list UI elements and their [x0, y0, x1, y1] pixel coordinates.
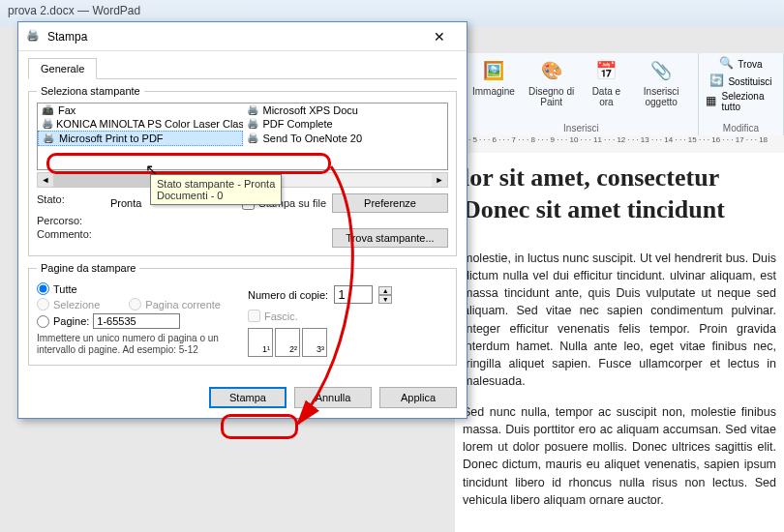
close-button[interactable]: ✕ — [420, 23, 459, 50]
printer-fieldset: Seleziona stampante 📠Fax 🖨️Microsoft XPS… — [28, 85, 457, 256]
ribbon-btn-trova[interactable]: 🔍Trova — [716, 55, 765, 73]
ribbon-edit-label: Modifica — [723, 123, 759, 133]
ribbon-group-insert: 🖼️ Immagine 🎨 Disegno di Paint 📅 Data e … — [465, 53, 699, 135]
copies-label: Numero di copie: — [248, 289, 328, 301]
status-label: Stato: — [37, 193, 105, 213]
preferences-button[interactable]: Preferenze — [332, 193, 448, 213]
fax-icon: 📠 — [42, 104, 55, 116]
ribbon-btn-sostituisci[interactable]: 🔄Sostituisci — [707, 73, 774, 90]
collate-checkbox: Fascic. — [248, 310, 448, 322]
ribbon-group-edit: 🔍Trova 🔄Sostituisci ▦Seleziona tutto Mod… — [699, 53, 784, 135]
printer-icon: 🖨️ — [26, 29, 42, 44]
print-button[interactable]: Stampa — [209, 387, 286, 408]
ribbon-btn-immagine[interactable]: 🖼️ Immagine — [468, 55, 519, 109]
image-icon: 🖼️ — [480, 57, 507, 84]
document-area: lor sit amet, consectetur Donec sit amet… — [455, 153, 784, 532]
find-printer-button[interactable]: Trova stampante... — [332, 228, 448, 248]
calendar-icon: 📅 — [592, 57, 619, 84]
tab-general[interactable]: Generale — [28, 58, 97, 79]
printer-item-xps[interactable]: 🖨️Microsoft XPS Docu — [243, 103, 448, 117]
doc-paragraph: molestie, in luctus nunc suscipit. Ut ve… — [463, 250, 776, 390]
replace-icon: 🔄 — [709, 74, 725, 89]
printer-item-konica[interactable]: 🖨️KONICA MINOLTA PS Color Laser Class Dr… — [38, 117, 243, 131]
cancel-button[interactable]: Annulla — [294, 387, 372, 408]
printer-list[interactable]: 📠Fax 🖨️Microsoft XPS Docu 🖨️KONICA MINOL… — [37, 103, 448, 170]
printer-item-msprint[interactable]: 🖨️Microsoft Print to PDF — [38, 131, 243, 146]
radio-all-input[interactable] — [37, 282, 49, 295]
radio-selection-input — [37, 298, 49, 310]
tab-strip: Generale — [28, 57, 457, 79]
page-stack-icon: 2² — [275, 328, 300, 357]
dialog-titlebar[interactable]: 🖨️ Stampa ✕ — [18, 22, 467, 51]
printer-item-fax[interactable]: 📠Fax — [38, 103, 243, 117]
select-all-icon: ▦ — [706, 94, 719, 109]
printer-item-onenote[interactable]: 🖨️Send To OneNote 20 — [243, 131, 448, 146]
doc-paragraph: Sed nunc nulla, tempor ac suscipit non, … — [463, 403, 776, 509]
comment-label: Commento: — [37, 228, 105, 248]
paint-icon: 🎨 — [538, 57, 565, 84]
ribbon-btn-seleziona[interactable]: ▦Seleziona tutto — [703, 90, 779, 113]
radio-current: Pagina corrente — [129, 298, 221, 310]
ribbon-btn-data[interactable]: 📅 Data e ora — [584, 55, 628, 109]
collate-illustration: 1¹ 2² 3³ — [248, 328, 448, 357]
ribbon: 🖼️ Immagine 🎨 Disegno di Paint 📅 Data e … — [465, 53, 784, 135]
print-dialog: 🖨️ Stampa ✕ Generale Seleziona stampante… — [17, 21, 467, 419]
scroll-left-arrow[interactable]: ◄ — [38, 173, 53, 187]
tooltip-line1: Stato stampante - Pronta — [157, 178, 275, 190]
spin-up[interactable]: ▲ — [378, 286, 392, 295]
scroll-right-arrow[interactable]: ► — [432, 173, 447, 187]
radio-all[interactable]: Tutte — [37, 282, 237, 295]
radio-current-input — [129, 298, 141, 310]
wordpad-title-text: prova 2.docx — WordPad — [8, 4, 140, 17]
printer-icon: 🖨️ — [43, 133, 56, 144]
ribbon-btn-disegno[interactable]: 🎨 Disegno di Paint — [519, 55, 584, 109]
location-label: Percorso: — [37, 215, 105, 226]
object-icon: 📎 — [648, 57, 675, 84]
location-value — [110, 215, 326, 226]
printer-tooltip: Stato stampante - Pronta Documenti - 0 — [150, 174, 282, 205]
ribbon-insert-label: Inserisci — [563, 123, 599, 133]
collate-input — [248, 310, 260, 322]
dialog-title-text: Stampa — [47, 30, 420, 44]
pages-fieldset: Pagine da stampare Tutte Selezione Pagin… — [28, 262, 457, 366]
copies-input[interactable] — [334, 285, 373, 304]
pages-legend: Pagine da stampare — [37, 262, 139, 274]
printer-item-pdfcomplete[interactable]: 🖨️PDF Complete — [243, 117, 448, 131]
find-icon: 🔍 — [719, 56, 735, 72]
radio-pages-input[interactable] — [37, 315, 49, 328]
status-value: Pronta — [110, 197, 141, 209]
pages-hint: Immettere un unico numero di pagina o un… — [37, 333, 237, 356]
copies-spinner[interactable]: ▲▼ — [378, 286, 392, 304]
printer-icon: 🖨️ — [247, 133, 260, 144]
page-stack-icon: 3³ — [302, 328, 327, 357]
ribbon-btn-oggetto[interactable]: 📎 Inserisci oggetto — [628, 55, 693, 109]
printer-icon: 🖨️ — [247, 118, 260, 130]
select-printer-legend: Seleziona stampante — [37, 85, 144, 97]
apply-button[interactable]: Applica — [379, 387, 457, 408]
comment-value — [110, 228, 326, 248]
printer-icon: 🖨️ — [247, 104, 260, 116]
tooltip-line2: Documenti - 0 — [157, 190, 275, 201]
pages-range-input[interactable] — [93, 313, 180, 329]
doc-heading: lor sit amet, consectetur Donec sit amet… — [463, 163, 776, 225]
spin-down[interactable]: ▼ — [378, 295, 392, 304]
ruler: · 5 · · · 6 · · · 7 · · · 8 · · · 9 · · … — [465, 135, 784, 153]
printer-icon: 🖨️ — [42, 118, 53, 130]
radio-pages[interactable]: Pagine: — [37, 313, 237, 329]
radio-selection: Selezione — [37, 298, 100, 310]
page-stack-icon: 1¹ — [248, 328, 273, 357]
